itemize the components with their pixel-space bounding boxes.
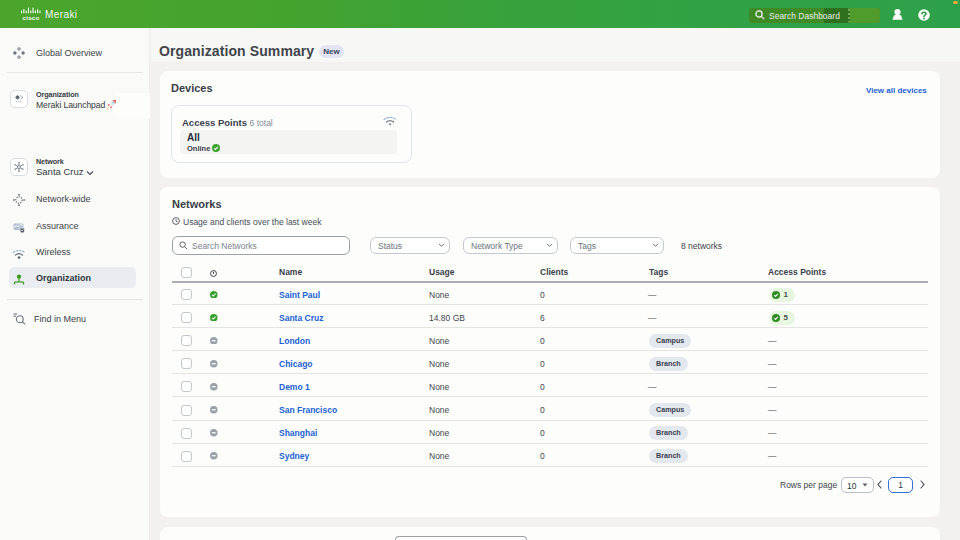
svg-text:cisco: cisco [23, 14, 40, 21]
